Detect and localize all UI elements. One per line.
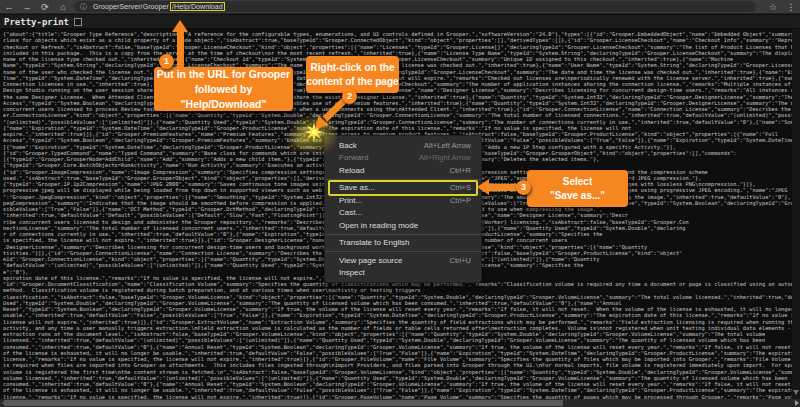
menu-item-label: Forward [339,153,368,162]
step2-text-line1: Right-click on the [306,61,399,75]
code-line: licensed.","inherited":true,"defaultValu… [3,337,792,343]
pretty-print-bar: Pretty-print [0,15,800,29]
url-highlight-box: /Help/Download [170,2,225,11]
menu-item-label: Back [339,141,357,150]
code-line: usable.","inherited":true,"defaultValue"… [3,312,792,318]
pretty-print-label: Pretty-print [4,17,69,27]
code-line: er.ConnectionLicense","kind":"object","p… [3,112,792,118]
address-bar[interactable]: ⓘ GrooperServer/Grooper/Help/Download [74,1,756,12]
code-line: checkout or Refresh.","isAbstract":false… [3,44,792,50]
menu-item-cast[interactable]: Cast... [325,207,481,220]
menu-item-shortcut: Ctrl+P [450,196,471,205]
menu-item-inspect[interactable]: Inspect [325,267,481,280]
site-info-icon[interactable]: ⓘ [80,2,87,12]
horizontal-scrollbar[interactable] [0,399,800,407]
menu-item-view-page-source[interactable]: View page sourceCtrl+U [325,254,481,267]
code-line: classification.","isAbstract":false,"bas… [3,294,792,300]
back-icon[interactable]: ← [0,0,18,14]
menu-item-label: Reload [339,166,364,175]
menu-item-open-in-reading-mode[interactable]: Open in reading mode [325,219,481,232]
bookmark-star-icon[interactable]: ☆ [764,0,782,14]
home-icon[interactable]: ⌂ [54,0,72,14]
menu-item-shortcut: Alt+Right Arrow [419,153,471,162]
step2-number-badge: 2 [342,89,357,104]
forward-icon[interactable]: → [18,0,36,14]
step1-callout: Put in the URL for Grooper followed by "… [154,67,293,111]
step3-callout: Select "Save as..." [527,170,628,207]
menu-item-label: Inspect [339,268,365,277]
menu-item-label: Translate to English [339,238,409,247]
reload-icon[interactable]: ⟳ [36,0,54,14]
save-as-highlight-box [328,180,478,196]
code-line: class for objects which exist as a child… [3,37,792,43]
kebab-menu-icon[interactable]: ⋮ [782,0,800,14]
browser-toolbar: ← → ⟳ ⌂ ⓘ GrooperServer/Grooper/Help/Dow… [0,0,800,14]
context-menu: BackAlt+Left ArrowForwardAlt+Right Arrow… [324,135,482,283]
menu-item-forward[interactable]: ForwardAlt+Right Arrow [325,152,481,165]
menu-item-label: Print... [339,196,362,205]
menu-item-shortcut: Ctrl+R [450,166,471,175]
menu-item-reload[interactable]: ReloadCtrl+R [325,164,481,177]
step3-arrow-icon [477,179,489,195]
menu-item-back[interactable]: BackAlt+Left Arrow [325,139,481,152]
step2-callout: Right-click on the content of the page [306,56,399,93]
step3-number-badge: 3 [516,180,531,195]
step3-text-line1: Select [527,175,628,189]
scroll-right-arrow-icon[interactable] [795,400,799,406]
menu-item-shortcut: Alt+Left Arrow [424,141,471,150]
pretty-print-checkbox[interactable] [74,18,82,26]
step3-text-line2: "Save as..." [527,189,628,203]
code-line: is required when files are imported into… [3,362,792,368]
menu-item-label: Cast... [339,208,362,217]
step1-number-badge: 1 [159,54,174,69]
menu-item-label: Open in reading mode [339,221,418,230]
horizontal-scrollbar-thumb[interactable] [4,400,563,406]
code-line: consumed.","inherited":true,"defaultValu… [3,344,792,350]
step2-text-line2: content of the page [306,75,399,89]
step1-text-line2: followed by "Help/Download" [154,82,293,112]
step1-text-line1: Put in the URL for Grooper [154,67,293,82]
step1-arrow-shaft [177,31,184,69]
menu-item-shortcut: Ctrl+U [450,256,471,265]
code-line: "(unlimited)","possibleValues":["(unlimi… [3,119,792,125]
menu-separator [325,234,481,235]
menu-item-label: View page source [339,256,402,265]
menu-item-translate-to-english[interactable]: Translate to English [325,237,481,250]
browser-window: ← → ⟳ ⌂ ⓘ GrooperServer/Grooper/Help/Dow… [0,0,800,407]
url-prefix: GrooperServer/Grooper [93,3,169,10]
code-line: volume is registered the first time\nthe… [3,369,792,375]
code-line: license will not expire.","inherited":tr… [3,319,792,325]
vertical-scrollbar[interactable] [792,29,800,399]
code-line: of the license is exhausted, it will no … [3,387,792,393]
code-line: the same Designer License. When Attended… [3,94,792,100]
url-text: GrooperServer/Grooper/Help/Download [93,3,225,10]
scroll-down-arrow-icon[interactable] [793,390,799,395]
menu-separator [325,251,481,252]
